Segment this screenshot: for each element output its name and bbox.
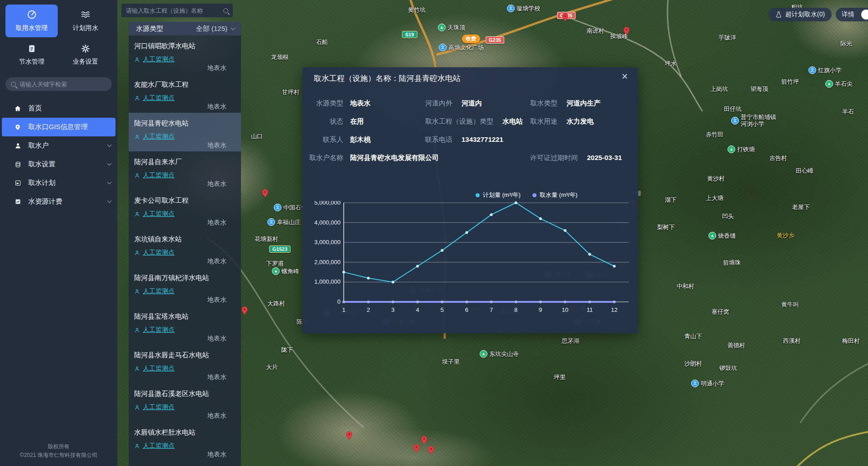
menu-item-water-users[interactable]: 取水户 bbox=[0, 136, 117, 155]
map-label: 善德村 bbox=[728, 342, 745, 349]
field-label: 河道内外 bbox=[425, 99, 452, 108]
station-name: 陆河县宝塔水电站 bbox=[134, 312, 235, 321]
field-value: 水电站 bbox=[502, 117, 523, 126]
list-item[interactable]: 陆河县宝塔水电站人工监测点地表水 bbox=[129, 306, 241, 345]
water-source-type: 地表水 bbox=[207, 257, 226, 266]
poi-school-icon: 文 bbox=[808, 66, 816, 74]
map-label: 田仔坑 bbox=[724, 105, 742, 112]
field-label: 水源类型 bbox=[302, 99, 343, 108]
tile-water-saving-mgmt[interactable]: 节水管理 bbox=[5, 41, 58, 69]
tile-business-settings[interactable]: 业务设置 bbox=[59, 41, 112, 69]
map-label: 南进村 bbox=[587, 27, 604, 34]
tile-water-intake-mgmt[interactable]: 取用水管理 bbox=[5, 5, 58, 37]
list-item[interactable]: 河口镇唱歌潭水电站人工监测点地表水 bbox=[129, 35, 241, 74]
field-value: 在用 bbox=[350, 117, 364, 126]
station-search-box[interactable] bbox=[121, 4, 233, 17]
modal-field: 许可证过期时间2025-03-31 bbox=[530, 154, 622, 162]
list-item[interactable]: 陆河县自来水厂人工监测点地表水 bbox=[129, 151, 241, 190]
map-red-marker[interactable] bbox=[622, 26, 631, 35]
list-item[interactable]: 陆河县青硿水电站人工监测点地表水 bbox=[129, 113, 241, 151]
keyword-search-box[interactable] bbox=[5, 77, 112, 91]
map-label: 吉告村 bbox=[769, 155, 787, 161]
legend-entry: 计划量 (m³/年) bbox=[476, 191, 521, 199]
water-source-type: 地表水 bbox=[207, 373, 226, 381]
map-label: 锣鼓坑 bbox=[719, 365, 737, 371]
field-value: 陆河县青硿水电发展有限公司 bbox=[350, 154, 439, 162]
poi-school-icon: 文 bbox=[691, 380, 699, 387]
list-item[interactable]: 水唇镇水栏肚水电站人工监测点地表水 bbox=[129, 422, 241, 461]
over-plan-label: 超计划取水(0) bbox=[785, 10, 825, 19]
map-label: 黄沙乡 bbox=[777, 232, 794, 239]
svg-text:1: 1 bbox=[342, 306, 345, 313]
station-meta: 人工监测点 bbox=[134, 326, 235, 334]
station-meta: 人工监测点 bbox=[134, 133, 235, 141]
field-label: 取水户名称 bbox=[302, 154, 343, 162]
map-red-marker[interactable] bbox=[561, 13, 570, 22]
map-red-marker[interactable] bbox=[240, 306, 249, 315]
svg-text:1,000,000: 1,000,000 bbox=[314, 278, 341, 285]
station-search-input[interactable] bbox=[126, 7, 223, 14]
station-name: 陆河县水唇走马石水电站 bbox=[134, 351, 235, 360]
modal-field-row: 联系人彭木桃联系电话13432771221 bbox=[302, 131, 638, 149]
close-icon[interactable]: × bbox=[622, 71, 628, 82]
menu-item-water-billing[interactable]: 水资源计费 bbox=[0, 192, 117, 211]
water-source-filter[interactable]: 水源类型 全部 (125) bbox=[129, 22, 241, 35]
map-label: 黄牛叫 bbox=[781, 301, 799, 308]
tile-planned-water[interactable]: 计划用水 bbox=[59, 5, 112, 37]
field-label: 联系电话 bbox=[425, 135, 452, 144]
water-source-type: 地表水 bbox=[207, 103, 226, 111]
list-item[interactable]: 陆河县南万镇杞洋水电站人工监测点地表水 bbox=[129, 267, 241, 306]
modal-field: 取水工程（设施）类型水电站 bbox=[425, 117, 523, 126]
list-item[interactable]: 友能水厂取水工程人工监测点地表水 bbox=[129, 74, 241, 113]
legend-dot-icon bbox=[532, 193, 537, 197]
keyword-search-input[interactable] bbox=[20, 81, 97, 88]
map-red-marker[interactable] bbox=[345, 431, 354, 440]
poi-mountain-icon: ▲ bbox=[480, 350, 487, 358]
detail-label: 详情 bbox=[842, 10, 854, 19]
map-label: ▲东坑尖山寺 bbox=[480, 350, 519, 358]
field-value: 13432771221 bbox=[462, 135, 503, 144]
map-label: 大片 bbox=[266, 364, 278, 371]
map-label: 文高塘文化广场 bbox=[439, 44, 484, 51]
gauge-icon bbox=[27, 10, 37, 21]
svg-text:4,000,000: 4,000,000 bbox=[314, 219, 341, 226]
modal-field-row: 取水户名称陆河县青硿水电发展有限公司许可证过期时间2025-03-31 bbox=[302, 149, 638, 167]
menu-item-gis-management[interactable]: 取水口GIS信息管理 bbox=[2, 118, 115, 136]
list-item[interactable]: 陆河县激石溪老区水电站人工监测点地表水 bbox=[129, 383, 241, 422]
map-label: 田心嶂 bbox=[796, 167, 813, 174]
map-label: 老屋下 bbox=[792, 204, 810, 210]
map-label: 际光 bbox=[840, 40, 852, 47]
menu-item-home[interactable]: 首页 bbox=[0, 99, 117, 118]
map-red-marker[interactable] bbox=[426, 446, 436, 455]
field-value: 水力发电 bbox=[567, 117, 594, 126]
modal-field: 取水类型河道内生产 bbox=[530, 99, 601, 108]
monitor-tag: 人工监测点 bbox=[134, 287, 175, 296]
station-name: 水唇镇水栏肚水电站 bbox=[134, 428, 235, 437]
monitor-tag: 人工监测点 bbox=[134, 326, 175, 334]
over-plan-badge[interactable]: 超计划取水(0) bbox=[768, 8, 832, 21]
menu-item-intake-settings[interactable]: 取水设置 bbox=[0, 155, 117, 174]
poi-school-icon: 文 bbox=[274, 204, 281, 211]
list-item[interactable]: 麦卡公司取水工程人工监测点地表水 bbox=[129, 190, 241, 229]
station-meta: 人工监测点 bbox=[134, 210, 235, 218]
menu-item-intake-plan[interactable]: 取水计划 bbox=[0, 174, 117, 192]
chevron-down-icon bbox=[107, 180, 112, 185]
water-source-type: 地表水 bbox=[207, 219, 226, 227]
svg-text:9: 9 bbox=[539, 306, 542, 313]
map-red-marker[interactable] bbox=[420, 436, 429, 445]
map-red-marker[interactable] bbox=[261, 189, 270, 198]
modal-field: 联系电话13432771221 bbox=[425, 135, 503, 144]
map-red-marker[interactable] bbox=[412, 444, 421, 453]
toggle-knob-icon[interactable] bbox=[861, 10, 868, 20]
poi-mountain-icon: ▲ bbox=[708, 232, 716, 240]
field-value: 河道内 bbox=[462, 99, 482, 108]
list-item[interactable]: 陆河县水唇走马石水电站人工监测点地表水 bbox=[129, 345, 241, 383]
list-item[interactable]: 东坑镇自来水站人工监测点地表水 bbox=[129, 229, 241, 267]
station-name: 陆河县南万镇杞洋水电站 bbox=[134, 274, 235, 282]
sidebar-menu: 首页 取水口GIS信息管理 取水户 取水设置 bbox=[0, 99, 117, 211]
detail-toggle[interactable]: 详情 bbox=[836, 8, 868, 21]
map-label: 陇下 bbox=[281, 346, 293, 353]
station-name: 麦卡公司取水工程 bbox=[134, 196, 235, 205]
map-label: 溜下 bbox=[665, 196, 677, 203]
water-source-type: 地表水 bbox=[207, 141, 226, 150]
